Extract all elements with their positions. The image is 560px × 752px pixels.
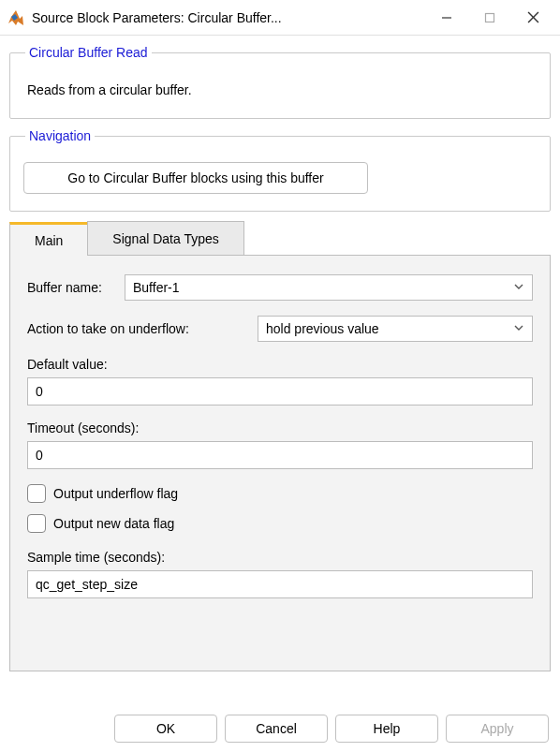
navigation-panel-legend: Navigation: [25, 128, 95, 143]
reader-description: Reads from a circular buffer.: [23, 73, 537, 103]
sample-time-label: Sample time (seconds):: [27, 550, 533, 565]
buffer-name-label: Buffer name:: [27, 280, 125, 295]
underflow-action-value: hold previous value: [266, 321, 379, 336]
maximize-button[interactable]: [468, 0, 511, 36]
window-title: Source Block Parameters: Circular Buffer…: [32, 10, 282, 25]
tab-main-body: Buffer name: Buffer-1 Action to take on …: [9, 256, 551, 671]
buffer-name-value: Buffer-1: [133, 280, 180, 295]
timeout-input[interactable]: [27, 441, 533, 469]
apply-button[interactable]: Apply: [446, 715, 549, 743]
output-underflow-flag-label: Output underflow flag: [53, 486, 178, 501]
tab-strip: Main Signal Data Types: [9, 221, 551, 256]
output-underflow-flag-checkbox[interactable]: [27, 484, 46, 503]
output-new-data-flag-checkbox[interactable]: [27, 514, 46, 533]
help-button[interactable]: Help: [335, 715, 438, 743]
timeout-label: Timeout (seconds):: [27, 420, 533, 435]
chevron-down-icon: [513, 321, 524, 336]
reader-panel: Circular Buffer Read Reads from a circul…: [9, 45, 551, 119]
matlab-icon: [7, 9, 24, 26]
default-value-label: Default value:: [27, 357, 533, 372]
chevron-down-icon: [513, 280, 524, 295]
ok-button[interactable]: OK: [114, 715, 217, 743]
underflow-action-select[interactable]: hold previous value: [258, 316, 533, 342]
buffer-name-select[interactable]: Buffer-1: [125, 274, 533, 301]
reader-panel-legend: Circular Buffer Read: [25, 45, 152, 60]
underflow-action-label: Action to take on underflow:: [27, 321, 258, 336]
tab-main[interactable]: Main: [9, 222, 88, 256]
svg-rect-1: [486, 13, 494, 22]
goto-buffer-blocks-button[interactable]: Go to Circular Buffer blocks using this …: [23, 162, 368, 194]
navigation-panel: Navigation Go to Circular Buffer blocks …: [9, 128, 551, 212]
tab-signal-data-types[interactable]: Signal Data Types: [87, 221, 243, 255]
dialog-content: Circular Buffer Read Reads from a circul…: [0, 36, 560, 671]
cancel-button[interactable]: Cancel: [225, 715, 328, 743]
close-button[interactable]: [511, 0, 554, 36]
minimize-button[interactable]: [425, 0, 468, 36]
titlebar: Source Block Parameters: Circular Buffer…: [0, 0, 560, 36]
output-new-data-flag-label: Output new data flag: [53, 516, 174, 531]
default-value-input[interactable]: [27, 377, 533, 405]
sample-time-input[interactable]: [27, 570, 533, 598]
dialog-footer: OK Cancel Help Apply: [0, 715, 560, 743]
